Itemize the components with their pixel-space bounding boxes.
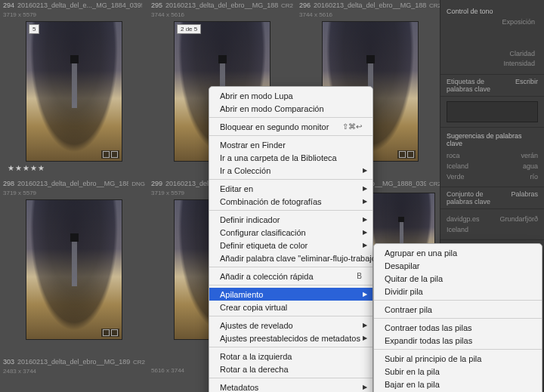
menu-item-label: Definir etiqueta de color	[220, 241, 362, 250]
menu-item[interactable]: Contraer pila	[374, 303, 542, 316]
menu-separator	[209, 347, 372, 347]
menu-item[interactable]: Ir a Colección	[209, 164, 372, 177]
menu-item[interactable]: Bajar en la pila	[374, 378, 542, 390]
menu-separator	[209, 135, 372, 136]
menu-item-label: Expandir todas las pilas	[385, 336, 531, 345]
menu-separator	[209, 210, 372, 211]
thumb-filename: 20160213_delta_del_ebro__MG_1890_0401	[17, 358, 130, 366]
menu-item-label: Ir a Colección	[220, 166, 362, 175]
kw-sugg-row[interactable]: Verderío	[447, 171, 538, 182]
menu-item-label: Subir al principio de la pila	[385, 354, 531, 363]
menu-item-label: Quitar de la pila	[385, 274, 531, 283]
kw-sugg-row[interactable]: Icelandagua	[447, 161, 538, 171]
menu-item-label: Definir indicador	[220, 215, 362, 224]
menu-item[interactable]: Metadatos	[209, 381, 372, 392]
menu-item[interactable]: Crear copia virtual	[209, 301, 372, 313]
menu-item[interactable]: Rotar a la derecha	[209, 363, 372, 375]
thumb-index: 303	[3, 358, 14, 366]
thumb-filename: 20160213_delta_del_ebro__MG_1884_0395	[165, 2, 278, 9]
panel-kw-set-tab[interactable]: Palabras	[511, 190, 538, 205]
menu-item-shortcut: B	[357, 272, 362, 280]
menu-item-label: Crear copia virtual	[220, 303, 362, 312]
menu-item-label: Desapilar	[385, 261, 531, 270]
stack-badge: 5	[29, 24, 39, 34]
menu-item[interactable]: Subir al principio de la pila	[374, 352, 542, 365]
menu-item[interactable]: Abrir en modo Lupa	[209, 89, 372, 102]
thumbnail-cell[interactable]: 298 20160213_delta_del_ebro__MG_1884_039…	[2, 178, 147, 341]
menu-item[interactable]: Rotar a la izquierda	[209, 350, 372, 363]
thumb-ext: DNG	[131, 181, 145, 187]
menu-separator	[374, 349, 542, 350]
menu-item-label: Abrir en modo Lupa	[220, 91, 362, 100]
menu-item-label: Bajar en la pila	[385, 380, 531, 389]
menu-item[interactable]: Subir en la pila	[374, 365, 542, 378]
menu-item-label: Subir en la pila	[385, 367, 531, 376]
thumb-filename: 20160213_delta_del_e..._MG_1884_0395-HDR…	[17, 2, 142, 9]
panel-exposure-label[interactable]: Exposición	[447, 18, 538, 26]
panel-kw-set-title[interactable]: Conjunto de palabras clave	[447, 190, 505, 205]
kw-set-row[interactable]: Iceland	[447, 224, 538, 235]
menu-separator	[209, 267, 372, 267]
menu-item-label: Dividir pila	[385, 287, 531, 296]
menu-item-label: Ajustes preestablecidos de metadatos	[220, 334, 362, 343]
thumb-index: 295	[151, 2, 162, 9]
menu-item[interactable]: Agrupar en una pila	[374, 246, 542, 259]
menu-item[interactable]: Mostrar en Finder	[209, 138, 372, 151]
thumb-dimensions: 2483 x 3744	[2, 368, 147, 375]
menu-item[interactable]: Añadir a colección rápidaB	[209, 270, 372, 282]
menu-item[interactable]: Ir a una carpeta de la Biblioteca	[209, 151, 372, 164]
thumb-index: 299	[151, 180, 162, 187]
menu-item[interactable]: Definir etiqueta de color	[209, 239, 372, 252]
thumbnail-image[interactable]: 5	[26, 21, 122, 162]
thumb-dimensions: 3744 x 5616	[150, 11, 295, 18]
menu-item[interactable]: Expandir todas las pilas	[374, 334, 542, 347]
kw-set-row[interactable]: davidgp.esGrundarfjörð	[447, 214, 538, 224]
context-submenu[interactable]: Agrupar en una pilaDesapilarQuitar de la…	[373, 243, 542, 392]
thumbnail-cell[interactable]: 294 20160213_delta_del_e..._MG_1884_0395…	[2, 0, 147, 172]
menu-item[interactable]: Abrir en modo Comparación	[209, 102, 372, 115]
panel-tone-title: Control de tono	[447, 8, 538, 15]
context-menu[interactable]: Abrir en modo LupaAbrir en modo Comparac…	[209, 86, 373, 392]
thumb-badge-icons	[101, 329, 119, 337]
menu-item[interactable]: Bloquear en segundo monitor⇧⌘↩	[209, 120, 372, 133]
keyword-input[interactable]	[447, 101, 538, 122]
menu-item-label: Ajustes de revelado	[220, 321, 362, 330]
panel-kw-set-header: Conjunto de palabras clave Palabras	[440, 187, 544, 208]
menu-item[interactable]: Añadir palabra clave "eliminar-flujo-tra…	[209, 252, 372, 264]
menu-item[interactable]: Dividir pila	[374, 285, 542, 298]
panel-intensity-label[interactable]: Intensidad	[447, 60, 538, 67]
thumbnail-cell[interactable]: 303 20160213_delta_del_ebro__MG_1890_040…	[2, 357, 147, 375]
menu-item[interactable]: Contraer todas las pilas	[374, 321, 542, 334]
thumb-ext: CR2	[133, 359, 145, 366]
panel-write-button[interactable]: Escribir	[515, 78, 538, 93]
menu-item-label: Agrupar en una pila	[385, 248, 531, 258]
menu-item-label: Bloquear en segundo monitor	[220, 122, 335, 131]
menu-item[interactable]: Apilamiento	[209, 288, 372, 301]
menu-separator	[209, 316, 372, 316]
menu-item-label: Abrir en modo Comparación	[220, 104, 362, 113]
menu-item[interactable]: Configurar clasificación	[209, 226, 372, 239]
menu-item[interactable]: Desapilar	[374, 259, 542, 272]
menu-separator	[209, 117, 372, 118]
thumb-badge-icons	[101, 150, 119, 159]
kw-sugg-row[interactable]: rocaverán	[447, 150, 538, 161]
menu-separator	[209, 378, 372, 378]
thumb-index: 296	[299, 2, 311, 9]
menu-item-label: Contraer pila	[385, 305, 531, 314]
menu-item-label: Añadir a colección rápida	[220, 272, 349, 281]
menu-item[interactable]: Quitar de la pila	[374, 272, 542, 285]
menu-item[interactable]: Ajustes preestablecidos de metadatos	[209, 332, 372, 344]
panel-clarity-label[interactable]: Claridad	[447, 50, 538, 57]
menu-item[interactable]: Editar en	[209, 182, 372, 195]
thumb-dimensions: 3744 x 5616	[298, 11, 443, 18]
thumb-filename: 20160213_delta_del_ebro__MG_1884_0395-HD…	[17, 180, 128, 187]
menu-item[interactable]: Ajustes de revelado	[209, 319, 372, 332]
menu-item-shortcut: ⇧⌘↩	[342, 122, 362, 131]
panel-keyword-tags-title[interactable]: Etiquetas de palabras clave	[447, 78, 509, 93]
panel-keyword-tags-header: Etiquetas de palabras clave Escribir	[440, 74, 544, 96]
menu-item[interactable]: Definir indicador	[209, 213, 372, 226]
panel-kw-sugg-title: Sugerencias de palabras clave	[447, 132, 538, 147]
rating-stars[interactable]: ★★★★★	[2, 163, 147, 172]
thumbnail-image[interactable]	[26, 199, 122, 340]
menu-item[interactable]: Combinación de fotografías	[209, 195, 372, 208]
